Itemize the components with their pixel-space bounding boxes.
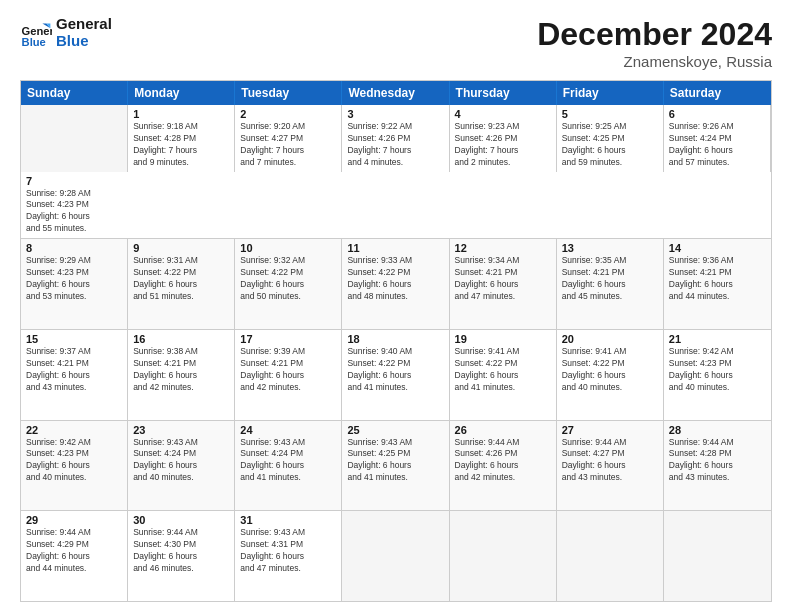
calendar-cell: 12Sunrise: 9:34 AMSunset: 4:21 PMDayligh…	[450, 239, 557, 329]
day-number: 26	[455, 424, 551, 436]
day-number: 6	[669, 108, 765, 120]
page: General Blue General Blue December 2024 …	[0, 0, 792, 612]
calendar-cell	[557, 511, 664, 601]
day-number: 3	[347, 108, 443, 120]
calendar-cell: 5Sunrise: 9:25 AMSunset: 4:25 PMDaylight…	[557, 105, 664, 172]
calendar-header: SundayMondayTuesdayWednesdayThursdayFrid…	[21, 81, 771, 105]
day-info: Sunrise: 9:29 AMSunset: 4:23 PMDaylight:…	[26, 255, 122, 303]
calendar-cell: 8Sunrise: 9:29 AMSunset: 4:23 PMDaylight…	[21, 239, 128, 329]
header-day-tuesday: Tuesday	[235, 81, 342, 105]
calendar-cell: 23Sunrise: 9:43 AMSunset: 4:24 PMDayligh…	[128, 421, 235, 511]
calendar-cell: 25Sunrise: 9:43 AMSunset: 4:25 PMDayligh…	[342, 421, 449, 511]
day-number: 30	[133, 514, 229, 526]
day-info: Sunrise: 9:43 AMSunset: 4:25 PMDaylight:…	[347, 437, 443, 485]
calendar-cell	[450, 511, 557, 601]
day-number: 13	[562, 242, 658, 254]
day-number: 16	[133, 333, 229, 345]
calendar-cell: 10Sunrise: 9:32 AMSunset: 4:22 PMDayligh…	[235, 239, 342, 329]
day-number: 25	[347, 424, 443, 436]
day-info: Sunrise: 9:20 AMSunset: 4:27 PMDaylight:…	[240, 121, 336, 169]
calendar-row-4: 29Sunrise: 9:44 AMSunset: 4:29 PMDayligh…	[21, 510, 771, 601]
day-number: 19	[455, 333, 551, 345]
header-day-saturday: Saturday	[664, 81, 771, 105]
day-info: Sunrise: 9:44 AMSunset: 4:29 PMDaylight:…	[26, 527, 122, 575]
day-number: 4	[455, 108, 551, 120]
day-number: 23	[133, 424, 229, 436]
day-info: Sunrise: 9:42 AMSunset: 4:23 PMDaylight:…	[669, 346, 766, 394]
calendar-cell: 13Sunrise: 9:35 AMSunset: 4:21 PMDayligh…	[557, 239, 664, 329]
day-info: Sunrise: 9:44 AMSunset: 4:26 PMDaylight:…	[455, 437, 551, 485]
logo: General Blue General Blue	[20, 16, 112, 49]
day-info: Sunrise: 9:38 AMSunset: 4:21 PMDaylight:…	[133, 346, 229, 394]
day-number: 9	[133, 242, 229, 254]
calendar-body: 1Sunrise: 9:18 AMSunset: 4:28 PMDaylight…	[21, 105, 771, 601]
svg-text:Blue: Blue	[22, 35, 46, 47]
calendar-cell: 3Sunrise: 9:22 AMSunset: 4:26 PMDaylight…	[342, 105, 449, 172]
calendar-cell: 9Sunrise: 9:31 AMSunset: 4:22 PMDaylight…	[128, 239, 235, 329]
calendar-cell: 26Sunrise: 9:44 AMSunset: 4:26 PMDayligh…	[450, 421, 557, 511]
day-info: Sunrise: 9:43 AMSunset: 4:24 PMDaylight:…	[240, 437, 336, 485]
day-info: Sunrise: 9:37 AMSunset: 4:21 PMDaylight:…	[26, 346, 122, 394]
day-number: 31	[240, 514, 336, 526]
day-info: Sunrise: 9:26 AMSunset: 4:24 PMDaylight:…	[669, 121, 765, 169]
calendar-cell: 28Sunrise: 9:44 AMSunset: 4:28 PMDayligh…	[664, 421, 771, 511]
calendar-row-2: 15Sunrise: 9:37 AMSunset: 4:21 PMDayligh…	[21, 329, 771, 420]
day-number: 21	[669, 333, 766, 345]
day-info: Sunrise: 9:32 AMSunset: 4:22 PMDaylight:…	[240, 255, 336, 303]
day-number: 17	[240, 333, 336, 345]
day-number: 20	[562, 333, 658, 345]
header-day-friday: Friday	[557, 81, 664, 105]
main-title: December 2024	[537, 16, 772, 53]
calendar-cell: 20Sunrise: 9:41 AMSunset: 4:22 PMDayligh…	[557, 330, 664, 420]
subtitle: Znamenskoye, Russia	[537, 53, 772, 70]
calendar-cell: 16Sunrise: 9:38 AMSunset: 4:21 PMDayligh…	[128, 330, 235, 420]
header-day-thursday: Thursday	[450, 81, 557, 105]
day-info: Sunrise: 9:33 AMSunset: 4:22 PMDaylight:…	[347, 255, 443, 303]
calendar-row-3: 22Sunrise: 9:42 AMSunset: 4:23 PMDayligh…	[21, 420, 771, 511]
day-info: Sunrise: 9:44 AMSunset: 4:28 PMDaylight:…	[669, 437, 766, 485]
day-info: Sunrise: 9:41 AMSunset: 4:22 PMDaylight:…	[455, 346, 551, 394]
day-info: Sunrise: 9:44 AMSunset: 4:30 PMDaylight:…	[133, 527, 229, 575]
calendar-cell: 18Sunrise: 9:40 AMSunset: 4:22 PMDayligh…	[342, 330, 449, 420]
day-number: 15	[26, 333, 122, 345]
day-number: 18	[347, 333, 443, 345]
day-number: 7	[26, 175, 123, 187]
day-info: Sunrise: 9:35 AMSunset: 4:21 PMDaylight:…	[562, 255, 658, 303]
calendar-cell: 2Sunrise: 9:20 AMSunset: 4:27 PMDaylight…	[235, 105, 342, 172]
day-number: 22	[26, 424, 122, 436]
calendar-cell: 29Sunrise: 9:44 AMSunset: 4:29 PMDayligh…	[21, 511, 128, 601]
day-number: 29	[26, 514, 122, 526]
day-info: Sunrise: 9:36 AMSunset: 4:21 PMDaylight:…	[669, 255, 766, 303]
header-day-wednesday: Wednesday	[342, 81, 449, 105]
calendar-cell: 31Sunrise: 9:43 AMSunset: 4:31 PMDayligh…	[235, 511, 342, 601]
calendar-cell: 30Sunrise: 9:44 AMSunset: 4:30 PMDayligh…	[128, 511, 235, 601]
day-number: 27	[562, 424, 658, 436]
calendar-cell: 24Sunrise: 9:43 AMSunset: 4:24 PMDayligh…	[235, 421, 342, 511]
calendar-cell: 15Sunrise: 9:37 AMSunset: 4:21 PMDayligh…	[21, 330, 128, 420]
day-info: Sunrise: 9:44 AMSunset: 4:27 PMDaylight:…	[562, 437, 658, 485]
calendar-cell: 14Sunrise: 9:36 AMSunset: 4:21 PMDayligh…	[664, 239, 771, 329]
calendar-cell	[342, 511, 449, 601]
day-number: 2	[240, 108, 336, 120]
calendar-cell: 7Sunrise: 9:28 AMSunset: 4:23 PMDaylight…	[21, 172, 128, 239]
day-info: Sunrise: 9:18 AMSunset: 4:28 PMDaylight:…	[133, 121, 229, 169]
day-info: Sunrise: 9:23 AMSunset: 4:26 PMDaylight:…	[455, 121, 551, 169]
calendar-cell: 1Sunrise: 9:18 AMSunset: 4:28 PMDaylight…	[128, 105, 235, 172]
day-info: Sunrise: 9:40 AMSunset: 4:22 PMDaylight:…	[347, 346, 443, 394]
calendar-cell: 17Sunrise: 9:39 AMSunset: 4:21 PMDayligh…	[235, 330, 342, 420]
header: General Blue General Blue December 2024 …	[20, 16, 772, 70]
calendar-cell: 27Sunrise: 9:44 AMSunset: 4:27 PMDayligh…	[557, 421, 664, 511]
logo-general: General	[56, 16, 112, 33]
day-info: Sunrise: 9:25 AMSunset: 4:25 PMDaylight:…	[562, 121, 658, 169]
calendar-cell	[21, 105, 128, 172]
day-number: 28	[669, 424, 766, 436]
day-info: Sunrise: 9:41 AMSunset: 4:22 PMDaylight:…	[562, 346, 658, 394]
calendar-cell: 11Sunrise: 9:33 AMSunset: 4:22 PMDayligh…	[342, 239, 449, 329]
day-info: Sunrise: 9:43 AMSunset: 4:24 PMDaylight:…	[133, 437, 229, 485]
day-info: Sunrise: 9:34 AMSunset: 4:21 PMDaylight:…	[455, 255, 551, 303]
title-block: December 2024 Znamenskoye, Russia	[537, 16, 772, 70]
day-number: 8	[26, 242, 122, 254]
calendar-cell: 22Sunrise: 9:42 AMSunset: 4:23 PMDayligh…	[21, 421, 128, 511]
day-number: 10	[240, 242, 336, 254]
day-number: 1	[133, 108, 229, 120]
